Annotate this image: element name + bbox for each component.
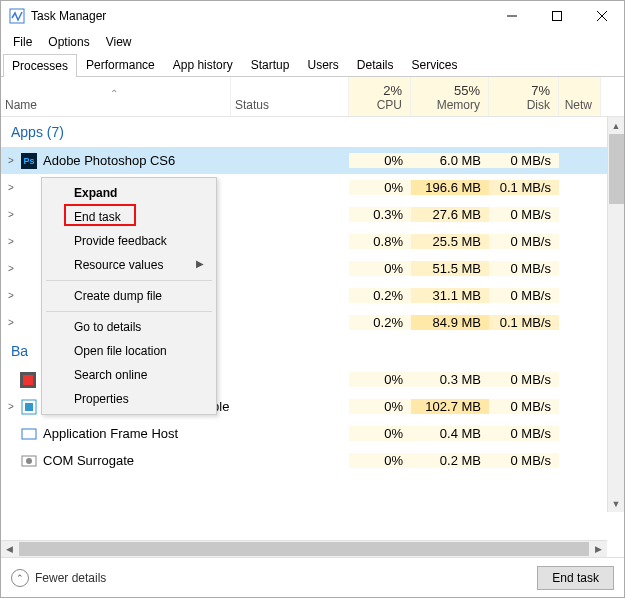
process-name: Adobe Photoshop CS6 (43, 153, 175, 168)
chevron-right-icon[interactable]: > (5, 401, 17, 412)
disk-cell: 0 MB/s (489, 234, 559, 249)
memory-cell: 84.9 MB (411, 315, 489, 330)
header-name[interactable]: ⌃ Name (1, 77, 231, 116)
minimize-button[interactable] (489, 1, 534, 31)
svg-rect-8 (25, 403, 33, 411)
menu-view[interactable]: View (98, 33, 140, 51)
shield-icon (21, 399, 37, 415)
chevron-right-icon[interactable]: > (5, 290, 17, 301)
cpu-cell: 0.3% (349, 207, 411, 222)
header-cpu[interactable]: 2% CPU (349, 77, 411, 116)
scroll-down-icon[interactable]: ▼ (608, 495, 624, 512)
cpu-cell: 0% (349, 372, 411, 387)
end-task-button[interactable]: End task (537, 566, 614, 590)
menu-options[interactable]: Options (40, 33, 97, 51)
cpu-cell: 0% (349, 180, 411, 195)
app-icon (21, 288, 37, 304)
ctx-go-to-details[interactable]: Go to details (44, 315, 214, 339)
tab-startup[interactable]: Startup (242, 53, 299, 76)
chevron-right-icon[interactable]: > (5, 209, 17, 220)
chevron-right-icon[interactable]: > (5, 263, 17, 274)
ctx-end-task[interactable]: End task (44, 205, 214, 229)
cpu-cell: 0.2% (349, 315, 411, 330)
chevron-right-icon[interactable]: > (5, 317, 17, 328)
app-icon (21, 180, 37, 196)
memory-cell: 102.7 MB (411, 399, 489, 414)
column-headers: ⌃ Name Status 2% CPU 55% Memory 7% Disk … (1, 77, 624, 117)
window-title: Task Manager (31, 9, 489, 23)
cpu-cell: 0.2% (349, 288, 411, 303)
disk-cell: 0 MB/s (489, 288, 559, 303)
app-icon (21, 315, 37, 331)
fewer-details-button[interactable]: ⌃ Fewer details (11, 569, 106, 587)
memory-cell: 196.6 MB (411, 180, 489, 195)
cpu-cell: 0% (349, 261, 411, 276)
tab-users[interactable]: Users (298, 53, 347, 76)
process-row[interactable]: Application Frame Host0%0.4 MB0 MB/s (1, 420, 607, 447)
ctx-properties[interactable]: Properties (44, 387, 214, 411)
disk-cell: 0 MB/s (489, 153, 559, 168)
memory-cell: 51.5 MB (411, 261, 489, 276)
menu-separator (46, 311, 212, 312)
scroll-up-icon[interactable]: ▲ (608, 117, 624, 134)
memory-cell: 0.4 MB (411, 426, 489, 441)
scroll-right-icon[interactable]: ▶ (590, 541, 607, 557)
memory-cell: 0.3 MB (411, 372, 489, 387)
tab-services[interactable]: Services (403, 53, 467, 76)
ctx-resource-values[interactable]: Resource values▶ (44, 253, 214, 277)
disk-cell: 0 MB/s (489, 261, 559, 276)
caret-up-icon: ⌃ (11, 569, 29, 587)
ctx-search-online[interactable]: Search online (44, 363, 214, 387)
ctx-expand[interactable]: Expand (44, 181, 214, 205)
app-icon (21, 234, 37, 250)
tab-processes[interactable]: Processes (3, 54, 77, 77)
disk-cell: 0 MB/s (489, 207, 559, 222)
cpu-cell: 0% (349, 426, 411, 441)
scroll-left-icon[interactable]: ◀ (1, 541, 18, 557)
ctx-create-dump-file[interactable]: Create dump file (44, 284, 214, 308)
sort-indicator-icon: ⌃ (5, 90, 222, 98)
svg-rect-6 (23, 375, 33, 385)
gear-icon (21, 453, 37, 469)
context-menu: ExpandEnd taskProvide feedbackResource v… (41, 177, 217, 415)
disk-cell: 0 MB/s (489, 426, 559, 441)
memory-cell: 6.0 MB (411, 153, 489, 168)
tab-app-history[interactable]: App history (164, 53, 242, 76)
process-row[interactable]: COM Surrogate0%0.2 MB0 MB/s (1, 447, 607, 474)
task-manager-icon (9, 8, 25, 24)
svg-rect-2 (552, 12, 561, 21)
close-button[interactable] (579, 1, 624, 31)
tab-details[interactable]: Details (348, 53, 403, 76)
ctx-open-file-location[interactable]: Open file location (44, 339, 214, 363)
frame-icon (21, 426, 37, 442)
process-name: Application Frame Host (43, 426, 178, 441)
process-row[interactable]: >PsAdobe Photoshop CS60%6.0 MB0 MB/s (1, 147, 607, 174)
menu-separator (46, 280, 212, 281)
process-name: COM Surrogate (43, 453, 134, 468)
memory-cell: 27.6 MB (411, 207, 489, 222)
cpu-cell: 0% (349, 399, 411, 414)
disk-cell: 0.1 MB/s (489, 180, 559, 195)
menu-file[interactable]: File (5, 33, 40, 51)
maximize-button[interactable] (534, 1, 579, 31)
ctx-provide-feedback[interactable]: Provide feedback (44, 229, 214, 253)
cpu-cell: 0% (349, 153, 411, 168)
header-disk[interactable]: 7% Disk (489, 77, 559, 116)
tab-performance[interactable]: Performance (77, 53, 164, 76)
svg-rect-9 (22, 429, 36, 439)
header-network[interactable]: Netw (559, 77, 601, 116)
header-status[interactable]: Status (231, 77, 349, 116)
header-memory[interactable]: 55% Memory (411, 77, 489, 116)
vertical-scrollbar[interactable]: ▲ ▼ (607, 117, 624, 512)
chevron-right-icon[interactable]: > (5, 155, 17, 166)
memory-cell: 31.1 MB (411, 288, 489, 303)
hscroll-thumb[interactable] (19, 542, 589, 556)
chevron-right-icon[interactable]: > (5, 182, 17, 193)
disk-cell: 0 MB/s (489, 372, 559, 387)
app-icon (21, 261, 37, 277)
group-apps[interactable]: Apps (7) (1, 117, 607, 147)
scroll-thumb[interactable] (609, 134, 624, 204)
memory-cell: 25.5 MB (411, 234, 489, 249)
chevron-right-icon[interactable]: > (5, 236, 17, 247)
horizontal-scrollbar[interactable]: ◀ ▶ (1, 540, 607, 557)
